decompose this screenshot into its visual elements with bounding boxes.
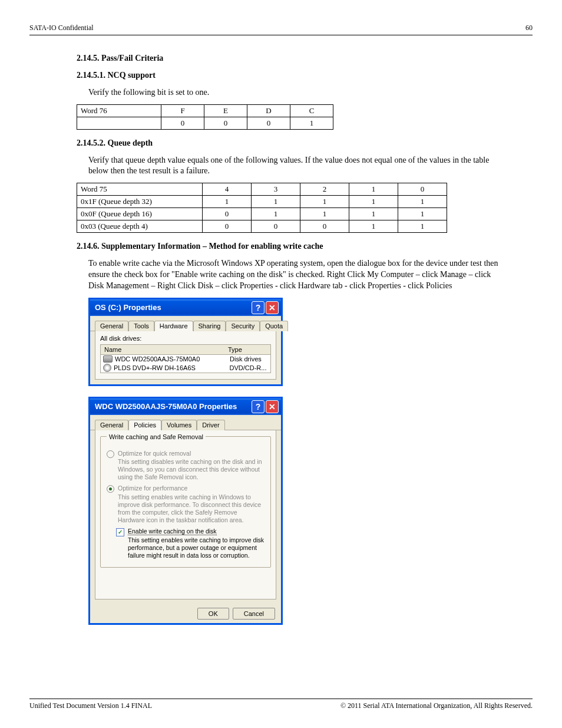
drive-name: WDC WD2500AAJS-75M0A0	[115, 355, 230, 363]
section-heading-queuedepth: 2.14.5.2. Queue depth	[77, 138, 503, 149]
checkbox-write-cache[interactable]	[116, 528, 124, 536]
help-button[interactable]: ?	[252, 400, 265, 413]
cancel-button[interactable]: Cancel	[233, 608, 275, 620]
qd-h0: Word 75	[77, 183, 203, 196]
para-wc: To enable write cache via the Microsoft …	[88, 258, 503, 292]
drive-row[interactable]: WDC WD2500AAJS-75M0A0 Disk drives	[101, 355, 270, 363]
write-caching-fieldset: Write caching and Safe Removal Optimize …	[100, 436, 271, 568]
ncq-v0	[77, 117, 161, 129]
dialog-buttons: OK Cancel	[90, 604, 281, 623]
col-type: Type	[224, 345, 270, 354]
device-properties-window: WDC WD2500AAJS-75M0A0 Properties ? ✕ Gen…	[88, 397, 283, 625]
chk-desc: This setting enables write caching to im…	[128, 536, 265, 559]
qd-r3c5: 1	[398, 220, 447, 233]
tab-panel-hardware: All disk drives: Name Type WDC WD2500AAJ…	[95, 331, 276, 380]
footer-right: © 2011 Serial ATA International Organiza…	[340, 701, 533, 710]
opt2-desc: This setting enables write caching in Wi…	[118, 493, 265, 525]
table-qd: Word 75 4 3 2 1 0 0x1F (Queue depth 32) …	[77, 183, 447, 233]
document-page: SATA-IO Confidential 60 2.14.5. Pass/Fai…	[0, 0, 562, 728]
ncq-h0: Word 76	[77, 104, 161, 117]
tab-security[interactable]: Security	[226, 321, 260, 331]
tab-general[interactable]: General	[95, 321, 128, 331]
close-button[interactable]: ✕	[266, 301, 279, 314]
radio-performance[interactable]	[107, 485, 114, 493]
qd-r3c1: 0	[203, 220, 252, 233]
qd-h1: 4	[203, 183, 252, 196]
drive-list: WDC WD2500AAJS-75M0A0 Disk drives PLDS D…	[100, 355, 271, 373]
qd-r1c3: 1	[300, 196, 349, 208]
qd-r1c5: 1	[398, 196, 447, 208]
qd-h4: 1	[349, 183, 398, 196]
option-performance[interactable]: Optimize for performance This setting en…	[107, 485, 265, 524]
window-title: WDC WD2500AAJS-75M0A0 Properties	[95, 402, 237, 411]
ncq-h4: C	[290, 104, 333, 117]
qd-r3c4: 1	[349, 220, 398, 233]
qd-h2: 3	[252, 183, 300, 196]
table-ncq: Word 76 F E D C 0 0 0 1	[77, 104, 333, 130]
ok-button[interactable]: OK	[197, 608, 229, 620]
qd-r1c1: 1	[203, 196, 252, 208]
ncq-h3: D	[247, 104, 290, 117]
fieldset-legend: Write caching and Safe Removal	[107, 433, 206, 440]
tab-quota[interactable]: Quota	[260, 321, 288, 331]
checkbox-write-cache-row[interactable]: Enable write caching on the disk This se…	[116, 528, 265, 560]
qd-r2c2: 1	[252, 208, 300, 220]
tab-policies[interactable]: Policies	[128, 420, 161, 430]
tab-general[interactable]: General	[95, 420, 128, 430]
drive-row[interactable]: PLDS DVD+-RW DH-16A6S DVD/CD-R...	[101, 363, 270, 373]
section-heading-passfail: 2.14.5. Pass/Fail Criteria	[77, 53, 503, 64]
help-button[interactable]: ?	[252, 301, 265, 314]
para-qd: Verify that queue depth value equals one…	[88, 155, 503, 177]
titlebar: WDC WD2500AAJS-75M0A0 Properties ? ✕	[90, 398, 281, 415]
drive-type: DVD/CD-R...	[230, 364, 269, 371]
tab-driver[interactable]: Driver	[197, 420, 224, 430]
section-heading-ncq: 2.14.5.1. NCQ support	[77, 70, 503, 81]
tab-tools[interactable]: Tools	[128, 321, 154, 331]
col-name: Name	[101, 345, 224, 354]
screenshot-os-properties: OS (C:) Properties ? ✕ General Tools Har…	[88, 298, 283, 625]
qd-r3c2: 0	[252, 220, 300, 233]
qd-r2c0: 0x0F (Queue depth 16)	[77, 208, 203, 220]
ncq-v3: 0	[247, 117, 290, 129]
drive-list-header: Name Type	[100, 344, 271, 355]
opt1-desc: This setting disables write caching on t…	[118, 458, 265, 481]
titlebar: OS (C:) Properties ? ✕	[90, 299, 281, 316]
opt2-label: Optimize for performance	[118, 485, 265, 492]
chk-label: Enable write caching on the disk	[128, 528, 217, 535]
tabs: General Policies Volumes Driver	[90, 415, 281, 430]
close-button[interactable]: ✕	[266, 400, 279, 413]
drive-type: Disk drives	[230, 355, 268, 363]
window-title: OS (C:) Properties	[95, 303, 161, 312]
body: 2.14.5. Pass/Fail Criteria 2.14.5.1. NCQ…	[29, 35, 533, 625]
drive-name: PLDS DVD+-RW DH-16A6S	[114, 364, 230, 371]
all-drives-label: All disk drives:	[100, 335, 271, 342]
page-header: SATA-IO Confidential 60	[29, 24, 533, 32]
qd-h3: 2	[300, 183, 349, 196]
qd-r3c3: 0	[300, 220, 349, 233]
qd-h5: 0	[398, 183, 447, 196]
qd-r2c5: 1	[398, 208, 447, 220]
qd-r3c0: 0x03 (Queue depth 4)	[77, 220, 203, 233]
option-quick-removal[interactable]: Optimize for quick removal This setting …	[107, 450, 265, 482]
page-footer: Unified Test Document Version 1.4 FINAL …	[29, 699, 533, 710]
tab-panel-policies: Write caching and Safe Removal Optimize …	[95, 430, 276, 599]
tab-volumes[interactable]: Volumes	[161, 420, 197, 430]
radio-quick-removal[interactable]	[107, 450, 114, 458]
header-page: 60	[525, 24, 533, 32]
qd-r2c4: 1	[349, 208, 398, 220]
qd-r2c1: 0	[203, 208, 252, 220]
ncq-v1: 0	[161, 117, 204, 129]
disk-drive-icon	[103, 355, 113, 363]
ncq-v4: 1	[290, 117, 333, 129]
qd-r1c4: 1	[349, 196, 398, 208]
opt1-label: Optimize for quick removal	[118, 450, 265, 457]
dvd-drive-icon	[103, 364, 111, 372]
ncq-v2: 0	[204, 117, 247, 129]
qd-r1c2: 1	[252, 196, 300, 208]
ncq-h2: E	[204, 104, 247, 117]
os-properties-window: OS (C:) Properties ? ✕ General Tools Har…	[88, 298, 283, 386]
footer-rule	[29, 699, 533, 699]
para-verify: Verify the following bit is set to one.	[88, 87, 503, 98]
tab-sharing[interactable]: Sharing	[193, 321, 226, 331]
tab-hardware[interactable]: Hardware	[154, 321, 193, 331]
